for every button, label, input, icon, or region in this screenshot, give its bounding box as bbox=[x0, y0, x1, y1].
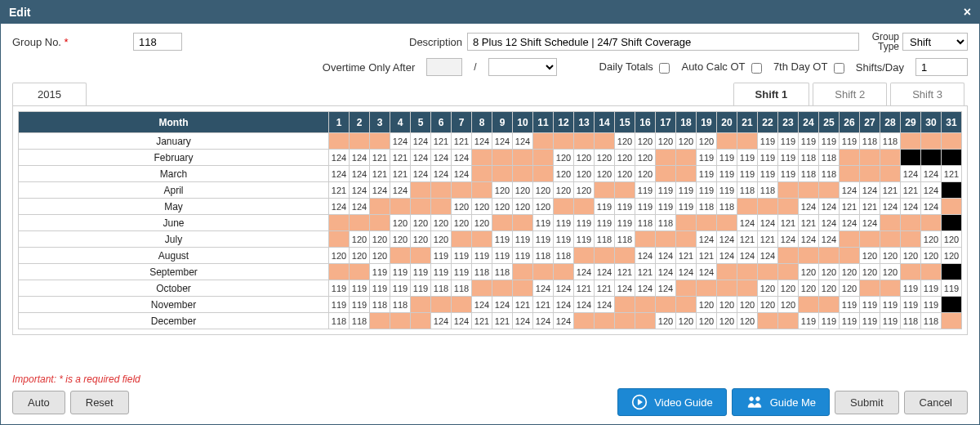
day-cell[interactable] bbox=[431, 182, 452, 199]
day-cell[interactable]: 119 bbox=[513, 231, 533, 248]
day-cell[interactable]: 120 bbox=[901, 248, 921, 264]
day-cell[interactable]: 120 bbox=[942, 248, 962, 264]
day-cell[interactable]: 120 bbox=[554, 150, 574, 166]
day-cell[interactable]: 119 bbox=[595, 199, 615, 215]
day-cell[interactable] bbox=[778, 199, 799, 215]
day-cell[interactable] bbox=[697, 215, 717, 231]
day-cell[interactable]: 119 bbox=[615, 199, 635, 215]
day-cell[interactable]: 120 bbox=[350, 248, 370, 264]
day-cell[interactable]: 124 bbox=[452, 313, 472, 329]
day-cell[interactable] bbox=[901, 264, 921, 280]
seventh-day-checkbox[interactable] bbox=[834, 63, 844, 74]
day-cell[interactable] bbox=[860, 280, 880, 297]
day-cell[interactable]: 121 bbox=[942, 166, 962, 182]
submit-button[interactable]: Submit bbox=[835, 391, 898, 414]
day-cell[interactable]: 119 bbox=[921, 280, 942, 297]
day-cell[interactable]: 121 bbox=[880, 182, 901, 199]
day-cell[interactable] bbox=[615, 182, 635, 199]
day-cell[interactable] bbox=[329, 264, 350, 280]
day-cell[interactable]: 119 bbox=[554, 231, 574, 248]
day-cell[interactable] bbox=[513, 150, 533, 166]
day-cell[interactable]: 119 bbox=[717, 182, 737, 199]
day-cell[interactable]: 120 bbox=[492, 199, 513, 215]
day-cell[interactable]: 120 bbox=[411, 231, 431, 248]
day-cell[interactable]: 119 bbox=[901, 280, 921, 297]
day-cell[interactable] bbox=[656, 166, 676, 182]
day-cell[interactable] bbox=[819, 297, 840, 313]
day-cell[interactable]: 124 bbox=[350, 150, 370, 166]
day-cell[interactable] bbox=[819, 248, 840, 264]
day-cell[interactable]: 118 bbox=[595, 231, 615, 248]
day-cell[interactable]: 120 bbox=[431, 231, 452, 248]
day-cell[interactable]: 120 bbox=[452, 215, 472, 231]
day-cell[interactable] bbox=[840, 248, 860, 264]
day-cell[interactable]: 119 bbox=[737, 166, 758, 182]
day-cell[interactable] bbox=[737, 280, 758, 297]
day-cell[interactable]: 119 bbox=[411, 280, 431, 297]
day-cell[interactable] bbox=[901, 231, 921, 248]
shifts-day-input[interactable] bbox=[915, 58, 968, 76]
day-cell[interactable]: 120 bbox=[717, 313, 737, 329]
day-cell[interactable] bbox=[472, 231, 492, 248]
day-cell[interactable]: 121 bbox=[472, 313, 492, 329]
day-cell[interactable] bbox=[492, 215, 513, 231]
day-cell[interactable] bbox=[554, 199, 574, 215]
day-cell[interactable] bbox=[778, 182, 799, 199]
day-cell[interactable] bbox=[860, 166, 880, 182]
day-cell[interactable]: 120 bbox=[472, 199, 492, 215]
day-cell[interactable] bbox=[778, 313, 799, 329]
day-cell[interactable] bbox=[942, 215, 962, 231]
day-cell[interactable]: 120 bbox=[513, 199, 533, 215]
day-cell[interactable]: 120 bbox=[676, 133, 697, 150]
day-cell[interactable] bbox=[595, 313, 615, 329]
day-cell[interactable]: 120 bbox=[656, 313, 676, 329]
day-cell[interactable]: 120 bbox=[717, 297, 737, 313]
day-cell[interactable]: 119 bbox=[472, 248, 492, 264]
day-cell[interactable]: 124 bbox=[717, 248, 737, 264]
day-cell[interactable]: 119 bbox=[350, 280, 370, 297]
shift-tab-1[interactable]: Shift 1 bbox=[733, 83, 810, 105]
day-cell[interactable]: 124 bbox=[880, 199, 901, 215]
auto-calc-checkbox[interactable] bbox=[751, 63, 762, 74]
day-cell[interactable]: 119 bbox=[554, 215, 574, 231]
day-cell[interactable]: 118 bbox=[799, 166, 819, 182]
day-cell[interactable]: 124 bbox=[799, 199, 819, 215]
day-cell[interactable]: 124 bbox=[595, 264, 615, 280]
day-cell[interactable]: 124 bbox=[737, 248, 758, 264]
day-cell[interactable]: 120 bbox=[819, 264, 840, 280]
day-cell[interactable]: 120 bbox=[799, 264, 819, 280]
day-cell[interactable] bbox=[370, 199, 390, 215]
day-cell[interactable]: 119 bbox=[452, 248, 472, 264]
day-cell[interactable]: 118 bbox=[390, 297, 411, 313]
day-cell[interactable]: 120 bbox=[390, 215, 411, 231]
day-cell[interactable]: 118 bbox=[656, 215, 676, 231]
day-cell[interactable]: 120 bbox=[697, 297, 717, 313]
day-cell[interactable]: 119 bbox=[370, 280, 390, 297]
guide-me-button[interactable]: Guide Me bbox=[732, 388, 830, 416]
day-cell[interactable] bbox=[574, 248, 595, 264]
day-cell[interactable] bbox=[758, 199, 778, 215]
day-cell[interactable] bbox=[533, 166, 554, 182]
day-cell[interactable] bbox=[595, 133, 615, 150]
day-cell[interactable] bbox=[411, 182, 431, 199]
day-cell[interactable] bbox=[921, 133, 942, 150]
day-cell[interactable]: 118 bbox=[819, 166, 840, 182]
video-guide-button[interactable]: Video Guide bbox=[617, 388, 726, 416]
day-cell[interactable]: 120 bbox=[492, 182, 513, 199]
day-cell[interactable]: 120 bbox=[554, 182, 574, 199]
day-cell[interactable]: 119 bbox=[840, 133, 860, 150]
day-cell[interactable]: 124 bbox=[921, 166, 942, 182]
day-cell[interactable]: 119 bbox=[697, 150, 717, 166]
day-cell[interactable]: 124 bbox=[901, 199, 921, 215]
day-cell[interactable]: 118 bbox=[860, 133, 880, 150]
description-input[interactable] bbox=[467, 33, 859, 51]
day-cell[interactable] bbox=[452, 182, 472, 199]
day-cell[interactable]: 124 bbox=[329, 166, 350, 182]
day-cell[interactable]: 121 bbox=[758, 231, 778, 248]
daily-totals-checkbox[interactable] bbox=[659, 63, 670, 74]
day-cell[interactable] bbox=[513, 215, 533, 231]
day-cell[interactable]: 121 bbox=[901, 182, 921, 199]
day-cell[interactable]: 119 bbox=[880, 313, 901, 329]
day-cell[interactable] bbox=[513, 264, 533, 280]
group-type-select[interactable]: Shift bbox=[902, 33, 968, 51]
